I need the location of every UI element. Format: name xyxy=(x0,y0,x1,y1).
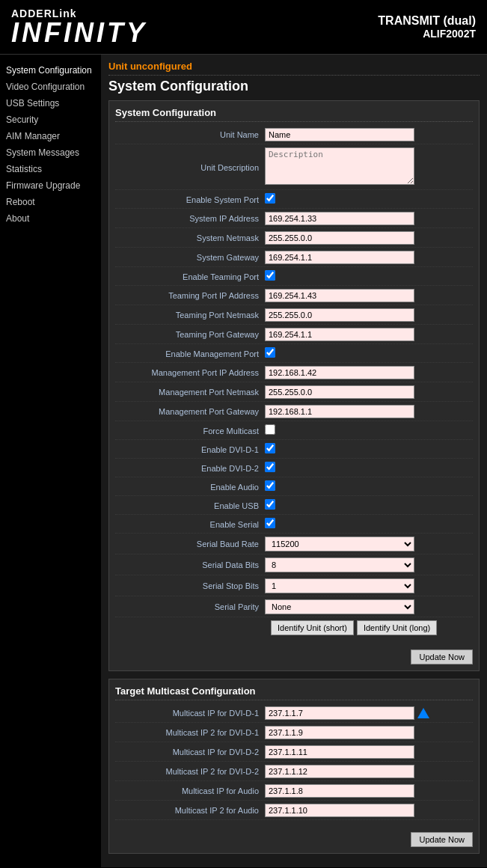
sidebar-item-statistics[interactable]: Statistics xyxy=(0,161,101,177)
sidebar-item-video-configuration[interactable]: Video Configuration xyxy=(0,79,101,95)
device-info: TRANSMIT (dual) ALIF2002T xyxy=(378,14,476,40)
system-gateway-input[interactable] xyxy=(265,251,414,264)
enable-usb-value xyxy=(265,499,473,512)
serial-parity-select[interactable]: None Even Odd xyxy=(265,599,414,614)
update-row-2: Update Now xyxy=(115,826,473,847)
enable-mgmt-row: Enable Management Port xyxy=(115,347,473,363)
enable-serial-checkbox[interactable] xyxy=(265,518,275,528)
multicast2-dvi-d1-label: Multicast IP 2 for DVI-D-1 xyxy=(115,728,265,737)
serial-baud-value: 115200 9600 19200 38400 57600 xyxy=(265,537,473,551)
serial-data-label: Serial Data Bits xyxy=(115,560,265,569)
enable-audio-label: Enable Audio xyxy=(115,483,265,492)
unit-description-label: Unit Description xyxy=(115,163,265,172)
system-gateway-value xyxy=(265,251,473,264)
teaming-gateway-value xyxy=(265,328,473,341)
force-multicast-checkbox[interactable] xyxy=(265,424,275,435)
device-name: TRANSMIT (dual) xyxy=(378,14,476,28)
multicast-audio-input[interactable] xyxy=(265,784,414,798)
mgmt-gateway-value xyxy=(265,405,473,418)
update-now-button-1[interactable]: Update Now xyxy=(411,650,473,664)
serial-baud-row: Serial Baud Rate 115200 9600 19200 38400… xyxy=(115,537,473,554)
sidebar-item-aim-manager[interactable]: AIM Manager xyxy=(0,128,101,144)
force-multicast-label: Force Multicast xyxy=(115,427,265,435)
enable-mgmt-value xyxy=(265,347,473,360)
mgmt-netmask-input[interactable] xyxy=(265,385,414,399)
force-multicast-value xyxy=(265,424,473,437)
enable-serial-value xyxy=(265,518,473,531)
mgmt-netmask-label: Management Port Netmask xyxy=(115,388,265,397)
brand-infinity: INFINITY xyxy=(11,19,147,46)
system-ip-label: System IP Address xyxy=(115,214,265,223)
serial-stop-label: Serial Stop Bits xyxy=(115,581,265,590)
mgmt-gateway-input[interactable] xyxy=(265,405,414,418)
enable-dvi-d2-checkbox[interactable] xyxy=(265,462,275,472)
multicast-audio-label: Multicast IP for Audio xyxy=(115,786,265,795)
unit-description-row: Unit Description xyxy=(115,147,473,190)
enable-audio-checkbox[interactable] xyxy=(265,480,275,491)
serial-data-row: Serial Data Bits 8 7 6 5 xyxy=(115,557,473,575)
enable-system-port-label: Enable System Port xyxy=(115,195,265,204)
mgmt-ip-label: Management Port IP Address xyxy=(115,368,265,377)
system-ip-input[interactable] xyxy=(265,212,414,225)
enable-teaming-checkbox[interactable] xyxy=(265,270,275,281)
teaming-ip-input[interactable] xyxy=(265,289,414,302)
multicast-dvi-d2-input[interactable] xyxy=(265,745,414,759)
system-config-card-title: System Configuration xyxy=(115,107,473,122)
multicast2-dvi-d1-input[interactable] xyxy=(265,726,414,739)
serial-baud-label: Serial Baud Rate xyxy=(115,540,265,548)
enable-audio-value xyxy=(265,480,473,493)
teaming-gateway-input[interactable] xyxy=(265,328,414,341)
enable-mgmt-checkbox[interactable] xyxy=(265,347,275,358)
serial-data-value: 8 7 6 5 xyxy=(265,557,473,572)
enable-system-port-value xyxy=(265,193,473,206)
multicast2-dvi-d2-input[interactable] xyxy=(265,765,414,778)
enable-usb-checkbox[interactable] xyxy=(265,499,275,510)
sidebar-item-about[interactable]: About xyxy=(0,210,101,227)
serial-parity-row: Serial Parity None Even Odd xyxy=(115,599,473,617)
multicast2-audio-value xyxy=(265,804,473,817)
system-netmask-input[interactable] xyxy=(265,231,414,245)
mgmt-gateway-row: Management Port Gateway xyxy=(115,405,473,421)
sidebar-item-usb-settings[interactable]: USB Settings xyxy=(0,95,101,111)
enable-teaming-value xyxy=(265,270,473,283)
update-now-button-2[interactable]: Update Now xyxy=(411,832,473,847)
serial-stop-select[interactable]: 1 2 xyxy=(265,578,414,593)
teaming-gateway-label: Teaming Port Gateway xyxy=(115,330,265,339)
enable-usb-row: Enable USB xyxy=(115,499,473,515)
multicast-audio-value xyxy=(265,784,473,798)
enable-usb-label: Enable USB xyxy=(115,501,265,510)
identify-long-button[interactable]: Identify Unit (long) xyxy=(357,620,437,635)
mgmt-ip-input[interactable] xyxy=(265,366,414,379)
multicast2-audio-label: Multicast IP 2 for Audio xyxy=(115,806,265,815)
enable-system-port-checkbox[interactable] xyxy=(265,193,275,204)
identify-short-button[interactable]: Identify Unit (short) xyxy=(271,620,354,635)
sidebar-item-security[interactable]: Security xyxy=(0,111,101,128)
page-title: System Configuration xyxy=(108,79,480,94)
system-ip-row: System IP Address xyxy=(115,212,473,228)
sidebar-item-system-configuration[interactable]: System Configuration xyxy=(0,62,101,79)
serial-baud-select[interactable]: 115200 9600 19200 38400 57600 xyxy=(265,537,414,551)
system-config-card: System Configuration Unit Name Unit Desc… xyxy=(108,100,480,671)
teaming-netmask-value xyxy=(265,308,473,322)
serial-data-select[interactable]: 8 7 6 5 xyxy=(265,557,414,572)
status-text: Unit unconfigured xyxy=(108,61,480,76)
unit-name-label: Unit Name xyxy=(115,130,265,139)
multicast2-audio-input[interactable] xyxy=(265,804,414,817)
alert-triangle-icon xyxy=(417,708,429,718)
unit-name-input[interactable] xyxy=(265,128,414,141)
enable-dvi-d1-label: Enable DVI-D-1 xyxy=(115,445,265,454)
system-netmask-row: System Netmask xyxy=(115,231,473,248)
mgmt-ip-row: Management Port IP Address xyxy=(115,366,473,382)
sidebar-item-firmware-upgrade[interactable]: Firmware Upgrade xyxy=(0,177,101,194)
enable-dvi-d1-checkbox[interactable] xyxy=(265,443,275,453)
serial-stop-row: Serial Stop Bits 1 2 xyxy=(115,578,473,596)
sidebar-item-reboot[interactable]: Reboot xyxy=(0,194,101,210)
force-multicast-row: Force Multicast xyxy=(115,424,473,440)
sidebar-item-system-messages[interactable]: System Messages xyxy=(0,144,101,161)
multicast2-dvi-d2-row: Multicast IP 2 for DVI-D-2 xyxy=(115,765,473,781)
teaming-netmask-input[interactable] xyxy=(265,308,414,322)
multicast-dvi-d1-input[interactable] xyxy=(265,706,414,720)
mgmt-gateway-label: Management Port Gateway xyxy=(115,407,265,416)
multicast-config-card-title: Target Multicast Configuration xyxy=(115,685,473,700)
unit-description-textarea[interactable] xyxy=(265,147,414,185)
